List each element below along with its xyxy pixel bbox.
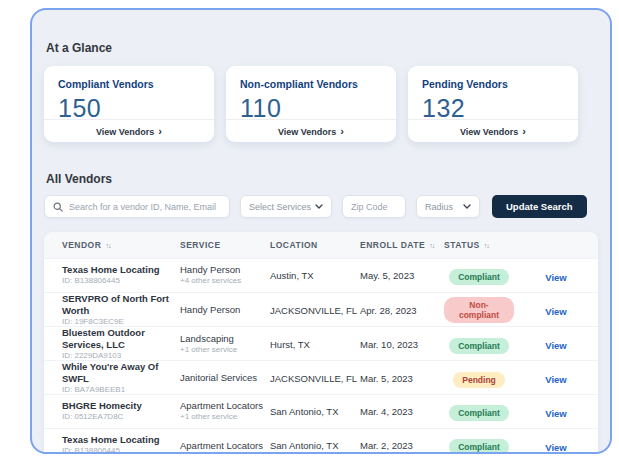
table-row: Texas Home Locating ID: B138806445 Handy… xyxy=(44,258,598,292)
glance-card-label: Compliant Vendors xyxy=(44,66,214,90)
radius-label: Radius xyxy=(425,202,453,212)
chevron-down-icon xyxy=(463,204,471,209)
view-link[interactable]: View xyxy=(545,306,566,317)
view-link[interactable]: View xyxy=(545,408,566,419)
select-services-label: Select Services xyxy=(249,202,311,212)
status-badge: Pending xyxy=(453,372,505,388)
sort-icon[interactable]: ↑↓ xyxy=(105,242,110,249)
glance-cards: Compliant Vendors 150 View Vendors› Non-… xyxy=(44,66,598,142)
vendor-enroll-date: Mar. 5, 2023 xyxy=(360,373,444,384)
vendor-location: Austin, TX xyxy=(270,270,360,281)
vendor-service-extra: +1 other service xyxy=(180,345,270,355)
vendor-enroll-date: May. 5, 2023 xyxy=(360,270,444,281)
view-vendors-button[interactable]: View Vendors› xyxy=(226,119,396,142)
vendor-location: JACKSONVILLE, FL xyxy=(270,305,360,316)
view-vendors-label: View Vendors xyxy=(96,127,154,137)
view-vendors-button[interactable]: View Vendors› xyxy=(44,119,214,142)
table-row: Bluestem Outdoor Services, LLC ID: 2229D… xyxy=(44,326,598,360)
vendor-enroll-date: Apr. 28, 2023 xyxy=(360,305,444,316)
col-header-vendor[interactable]: VENDOR↑↓ xyxy=(62,240,180,250)
table-body: Texas Home Locating ID: B138806445 Handy… xyxy=(44,258,598,454)
vendor-service-extra: +4 other services xyxy=(180,276,270,286)
vendor-id: ID: 0512EA7D8C xyxy=(62,412,180,422)
vendor-search-field[interactable] xyxy=(44,195,230,218)
status-badge: Compliant xyxy=(449,439,509,454)
vendor-name: Bluestem Outdoor Services, LLC xyxy=(62,327,180,351)
dashboard-panel: At a Glance Compliant Vendors 150 View V… xyxy=(30,8,612,454)
glance-card-label: Pending Vendors xyxy=(408,66,578,90)
vendor-id: ID: 19F8C3EC9E xyxy=(62,317,180,327)
vendor-name: BHGRE Homecity xyxy=(62,400,180,412)
glance-card: Compliant Vendors 150 View Vendors› xyxy=(44,66,214,142)
vendor-enroll-date: Mar. 10, 2023 xyxy=(360,339,444,350)
at-a-glance-heading: At a Glance xyxy=(46,41,598,55)
glance-card-label: Non-compliant Vendors xyxy=(226,66,396,90)
vendor-service: Apartment Locators xyxy=(180,440,270,452)
chevron-down-icon xyxy=(315,204,323,209)
vendor-name: Texas Home Locating xyxy=(62,434,180,446)
vendor-service: Landscaping xyxy=(180,333,270,345)
radius-dropdown[interactable]: Radius xyxy=(416,195,480,218)
vendor-location: Hurst, TX xyxy=(270,339,360,350)
col-header-enroll-date[interactable]: ENROLL DATE↑↓ xyxy=(360,240,444,250)
vendor-enroll-date: Mar. 2, 2023 xyxy=(360,440,444,451)
chevron-right-icon: › xyxy=(158,125,162,137)
col-header-status[interactable]: STATUS↑↓ xyxy=(444,240,514,250)
vendor-id: ID: BA7A9BEEB1 xyxy=(62,385,180,395)
table-row: Texas Home Locating ID: B138806445 Apart… xyxy=(44,428,598,454)
view-link[interactable]: View xyxy=(545,272,566,283)
status-badge: Compliant xyxy=(449,405,509,421)
table-row: SERVPRO of North Fort Worth ID: 19F8C3EC… xyxy=(44,292,598,326)
vendor-service-extra: +1 other service xyxy=(180,412,270,422)
chevron-right-icon: › xyxy=(522,125,526,137)
table-row: While You're Away Of SWFL ID: BA7A9BEEB1… xyxy=(44,360,598,394)
zip-code-field[interactable] xyxy=(342,195,406,218)
update-search-button[interactable]: Update Search xyxy=(492,195,587,218)
table-row: BHGRE Homecity ID: 0512EA7D8C Apartment … xyxy=(44,394,598,428)
vendor-service: Janitorial Services xyxy=(180,372,270,384)
col-header-location: LOCATION xyxy=(270,240,360,250)
status-badge: Compliant xyxy=(449,338,509,354)
zip-code-input[interactable] xyxy=(351,202,397,212)
vendor-id: ID: B138806445 xyxy=(62,276,180,286)
status-badge: Compliant xyxy=(449,269,509,285)
view-link[interactable]: View xyxy=(545,442,566,453)
vendor-name: SERVPRO of North Fort Worth xyxy=(62,293,180,317)
view-vendors-label: View Vendors xyxy=(460,127,518,137)
view-vendors-button[interactable]: View Vendors› xyxy=(408,119,578,142)
glance-card: Non-compliant Vendors 110 View Vendors› xyxy=(226,66,396,142)
filter-bar: Select Services Radius Update Search xyxy=(44,195,598,218)
vendor-service: Handy Person xyxy=(180,264,270,276)
vendor-location: San Antonio, TX xyxy=(270,406,360,417)
vendor-id: ID: 2229DA9103 xyxy=(62,351,180,361)
vendor-service: Apartment Locators xyxy=(180,400,270,412)
col-header-service: SERVICE xyxy=(180,240,270,250)
status-badge: Non-compliant xyxy=(444,297,514,323)
vendor-name: While You're Away Of SWFL xyxy=(62,361,180,385)
select-services-dropdown[interactable]: Select Services xyxy=(240,195,332,218)
chevron-right-icon: › xyxy=(340,125,344,137)
vendors-table: VENDOR↑↓ SERVICE LOCATION ENROLL DATE↑↓ … xyxy=(44,232,598,454)
vendor-id: ID: B138806445 xyxy=(62,446,180,454)
vendor-location: JACKSONVILLE, FL xyxy=(270,373,360,384)
vendor-service: Handy Person xyxy=(180,304,270,316)
view-link[interactable]: View xyxy=(545,374,566,385)
search-input[interactable] xyxy=(69,202,221,212)
search-icon xyxy=(53,202,63,212)
view-link[interactable]: View xyxy=(545,340,566,351)
view-vendors-label: View Vendors xyxy=(278,127,336,137)
all-vendors-heading: All Vendors xyxy=(46,172,598,186)
sort-icon[interactable]: ↑↓ xyxy=(429,242,434,249)
sort-icon[interactable]: ↑↓ xyxy=(484,242,489,249)
table-header-row: VENDOR↑↓ SERVICE LOCATION ENROLL DATE↑↓ … xyxy=(44,232,598,258)
vendor-location: San Antonio, TX xyxy=(270,440,360,451)
glance-card: Pending Vendors 132 View Vendors› xyxy=(408,66,578,142)
vendor-enroll-date: Mar. 4, 2023 xyxy=(360,406,444,417)
vendor-name: Texas Home Locating xyxy=(62,264,180,276)
